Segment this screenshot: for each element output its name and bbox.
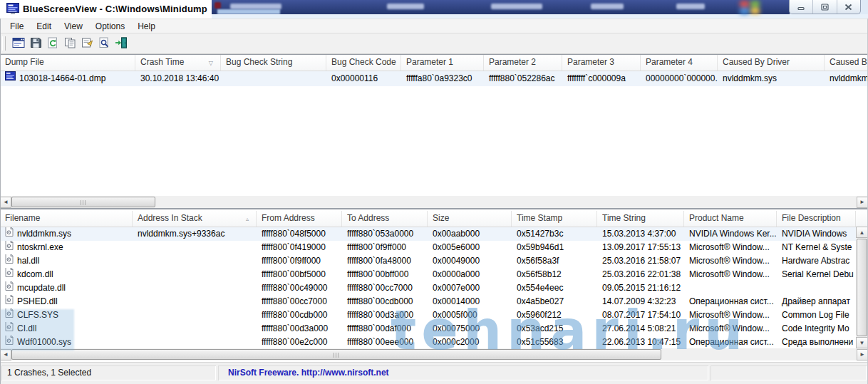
table-row-nvlddmkm-sys[interactable]: nvlddmkm.sysnvlddmkm.sys+9336acfffff880`… [0,227,868,241]
cell-crash-time: 30.10.2018 13:46:40 [135,71,221,86]
column-header-bug-check-code[interactable]: Bug Check Code [326,55,401,71]
column-header-product-name[interactable]: Product Name [684,211,777,227]
cell-address-in-stack [133,254,257,268]
column-header-caused-by-driver[interactable]: Caused By Driver [718,55,825,71]
column-header-parameter-2[interactable]: Parameter 2 [484,55,562,71]
cell-from-address: fffff880`00cdb000 [257,308,342,322]
column-header-parameter-3[interactable]: Parameter 3 [562,55,641,71]
cell-from-address: fffff880`00c49000 [257,281,342,295]
cell-time-string: 25.03.2016 22:01:38 [597,268,684,281]
lower-horizontal-scrollbar[interactable]: ◄ ► [0,348,868,360]
scroll-down-button[interactable]: ▼ [856,337,868,348]
table-row-ci-dll[interactable]: CI.dllfffff880`00d3a000fffff880`00daf000… [0,322,868,336]
column-header-bug-check-string[interactable]: Bug Check String [221,55,326,71]
scroll-up-button[interactable]: ▲ [856,227,868,238]
find-icon [98,37,110,51]
cell-product-name: Microsoft® Window... [684,308,777,322]
cell-time-string: 08.07.2017 17:54:10 [597,308,684,322]
cell-filename: ntoskrnl.exe [0,241,133,254]
cell-from-address: fffff880`00e2c000 [257,336,342,349]
properties-button[interactable] [78,36,95,51]
lower-vscroll-thumb[interactable] [857,239,867,336]
restore-button[interactable] [813,0,837,14]
background-window [212,0,790,14]
menu-view[interactable]: View [58,20,89,33]
cell-address-in-stack: nvlddmkm.sys+9336ac [133,227,257,241]
cell-file-description: Среда выполнени [777,336,856,349]
cell-file-description: NT Kernel & Syste [777,241,856,254]
status-crash-count: 1 Crashes, 1 Selected [1,365,216,380]
sort-indicator-icon: ▵ [246,212,249,227]
find-button[interactable] [95,36,113,51]
table-row-clfs-sys[interactable]: CLFS.SYSfffff880`00cdb000fffff880`00d3a0… [0,308,868,322]
cell-bug-check-code: 0x00000116 [326,71,401,86]
table-row-wdf01000-sys[interactable]: Wdf01000.sysfffff880`00e2c000fffff880`00… [0,336,868,349]
column-header-dump-file[interactable]: Dump File [0,55,135,71]
lower-vertical-scrollbar[interactable]: ▲ ▼ [856,227,868,348]
column-header-time-string[interactable]: Time String [597,211,684,227]
table-row-103018-14664-01-dmp[interactable]: 103018-14664-01.dmp30.10.2018 13:46:400x… [0,71,868,86]
driver-file-icon [5,241,14,254]
column-header-time-stamp[interactable]: Time Stamp [512,211,597,227]
cell-address-in-stack [133,281,257,295]
cell-time-stamp: 0x59b946d1 [512,241,597,254]
cell-time-string: 22.06.2013 10:47:15 [597,336,684,349]
cell-product-name: Операционная сист... [684,336,777,349]
minimize-button[interactable] [790,0,813,14]
cell-file-description [777,281,856,295]
menu-file[interactable]: File [4,20,30,33]
cell-size: 0x000c2000 [428,336,512,349]
column-header-file-description[interactable]: File Description [777,211,856,227]
upper-horizontal-scrollbar[interactable]: ◄ ► [0,196,868,208]
background-app-icon [215,2,221,9]
nirsoft-link[interactable]: NirSoft Freeware. http://www.nirsoft.net [224,368,389,378]
table-row-pshed-dll[interactable]: PSHED.dllfffff880`00cc7000fffff880`00cdb… [0,295,868,308]
cell-address-in-stack [133,241,257,254]
lower-hscroll-thumb[interactable] [11,349,661,360]
menu-options[interactable]: Options [89,20,131,33]
scroll-left-button[interactable]: ◄ [0,349,11,360]
column-header-filename[interactable]: Filename [0,211,133,227]
driver-file-icon [5,268,14,281]
copy-button[interactable] [61,36,78,51]
column-header-parameter-1[interactable]: Parameter 1 [401,55,484,71]
menu-help[interactable]: Help [131,20,162,33]
column-header-size[interactable]: Size [428,211,512,227]
cell-address-in-stack [133,336,257,349]
cell-to-address: fffff880`00cc7000 [342,281,428,295]
scroll-right-button[interactable]: ► [857,349,868,360]
table-row-ntoskrnl-exe[interactable]: ntoskrnl.exefffff800`0f419000fffff800`0f… [0,241,868,254]
table-row-mcupdate-dll[interactable]: mcupdate.dllfffff880`00c49000fffff880`00… [0,281,868,295]
scroll-right-button[interactable]: ► [857,197,868,208]
cell-time-stamp: 0x56f58b12 [512,268,597,281]
table-row-kdcom-dll[interactable]: kdcom.dllfffff800`00bf5000fffff800`00bff… [0,268,868,281]
column-header-parameter-4[interactable]: Parameter 4 [641,55,718,71]
column-header-from-address[interactable]: From Address [257,211,342,227]
column-header-caused-by-address[interactable]: Caused By Address [825,55,868,71]
table-row-hal-dll[interactable]: hal.dllfffff800`0f9ff000fffff800`0fa4800… [0,254,868,268]
cell-time-stamp: 0x51427b3c [512,227,597,241]
column-header-address-in-stack[interactable]: Address In Stack▵ [133,211,257,227]
driver-list-pane: FilenameAddress In Stack▵From AddressTo … [0,211,868,360]
upper-hscroll-thumb[interactable] [11,197,155,207]
refresh-button[interactable] [44,36,61,51]
windows-logo-icon [738,0,763,16]
cell-product-name: Microsoft® Window... [684,268,777,281]
cell-file-description: NVIDIA Windows [777,227,856,241]
refresh-icon [47,37,58,51]
cell-address-in-stack [133,308,257,322]
crash-list-body: 103018-14664-01.dmp30.10.2018 13:46:400x… [0,71,868,86]
cell-to-address: fffff800`0f9ff000 [342,241,428,254]
save-button[interactable] [27,36,44,51]
scroll-left-button[interactable]: ◄ [0,197,11,208]
cell-product-name: NVIDIA Windows Ker... [684,227,777,241]
crash-list-header: Dump FileCrash Time▽Bug Check StringBug … [0,55,868,71]
cell-time-string: 14.07.2009 4:32:23 [597,295,684,308]
close-button[interactable] [837,0,860,14]
advanced-options-button[interactable] [113,36,130,51]
column-header-crash-time[interactable]: Crash Time▽ [135,55,221,71]
column-header-to-address[interactable]: To Address [342,211,428,227]
cell-filename: nvlddmkm.sys [0,227,133,241]
menu-edit[interactable]: Edit [30,20,58,33]
crash-properties-button[interactable] [10,36,27,51]
